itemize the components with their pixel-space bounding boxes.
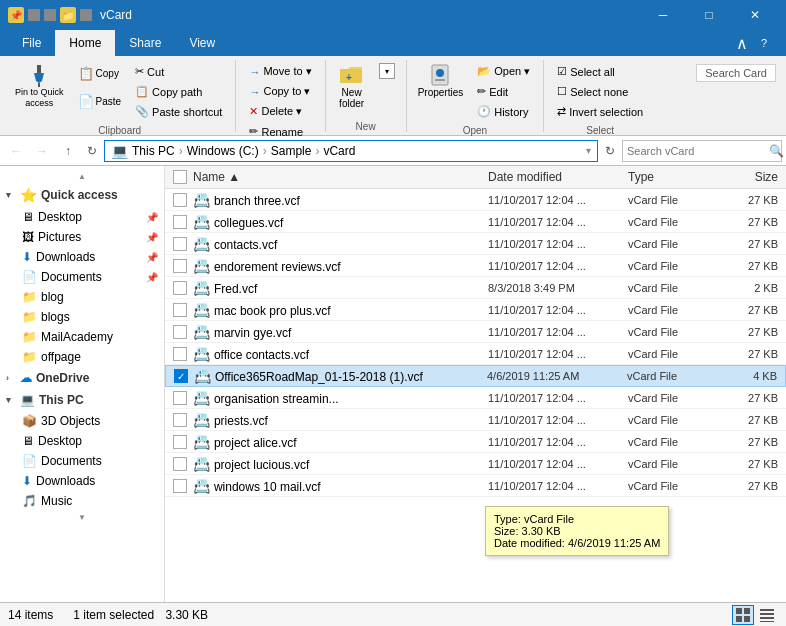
row-checkbox[interactable] xyxy=(173,457,187,471)
row-checkbox[interactable] xyxy=(173,435,187,449)
row-checkbox[interactable] xyxy=(173,193,187,207)
cut-button[interactable]: ✂ Cut xyxy=(130,62,227,81)
rename-button[interactable]: ✏ Rename xyxy=(244,122,316,141)
row-checkbox[interactable] xyxy=(173,479,187,493)
sidebar-section-quick-access[interactable]: ▾ ⭐ Quick access xyxy=(0,183,164,207)
sidebar-item-documents-qa[interactable]: 📄 Documents 📌 xyxy=(16,267,164,287)
address-refresh-button[interactable]: ↻ xyxy=(600,140,620,162)
table-row[interactable]: 📇 office contacts.vcf11/10/2017 12:04 ..… xyxy=(165,343,786,365)
search-input[interactable] xyxy=(627,145,765,157)
row-checkbox[interactable] xyxy=(173,325,187,339)
sidebar-item-3d-objects[interactable]: 📦 3D Objects xyxy=(16,411,164,431)
copy-to-button[interactable]: → Copy to ▾ xyxy=(244,82,316,101)
tab-home[interactable]: Home xyxy=(55,30,115,56)
header-check[interactable] xyxy=(173,170,193,184)
sidebar-item-desktop-pc[interactable]: 🖥 Desktop xyxy=(16,431,164,451)
paste-shortcut-button[interactable]: 📎 Paste shortcut xyxy=(130,102,227,121)
row-checkbox[interactable]: ✓ xyxy=(174,369,188,383)
search-icon: 🔍 xyxy=(769,144,784,158)
select-all-button[interactable]: ☑ Select all xyxy=(552,62,648,81)
open-button[interactable]: 📂 Open ▾ xyxy=(472,62,535,81)
table-row[interactable]: 📇 project lucious.vcf11/10/2017 12:04 ..… xyxy=(165,453,786,475)
header-size[interactable]: Size xyxy=(718,170,778,184)
move-to-button[interactable]: → Move to ▾ xyxy=(244,62,316,81)
table-row[interactable]: 📇 branch three.vcf11/10/2017 12:04 ...vC… xyxy=(165,189,786,211)
row-checkbox[interactable] xyxy=(173,413,187,427)
table-row[interactable]: ✓📇 Office365RoadMap_01-15-2018 (1).vcf4/… xyxy=(165,365,786,387)
maximize-button[interactable]: □ xyxy=(686,0,732,30)
table-row[interactable]: 📇 contacts.vcf11/10/2017 12:04 ...vCard … xyxy=(165,233,786,255)
header-date[interactable]: Date modified xyxy=(488,170,628,184)
sidebar-section-onedrive[interactable]: › ☁ OneDrive xyxy=(0,367,164,389)
tab-view[interactable]: View xyxy=(175,30,229,56)
row-checkbox[interactable] xyxy=(173,391,187,405)
row-checkbox[interactable] xyxy=(173,281,187,295)
delete-button[interactable]: ✕ Delete ▾ xyxy=(244,102,316,121)
sidebar-item-desktop-qa[interactable]: 🖥 Desktop 📌 xyxy=(16,207,164,227)
sidebar-item-music[interactable]: 🎵 Music xyxy=(16,491,164,511)
table-row[interactable]: 📇 project alice.vcf11/10/2017 12:04 ...v… xyxy=(165,431,786,453)
copy-button[interactable]: 📋 Copy xyxy=(71,60,127,86)
sidebar-item-blog[interactable]: 📁 blog xyxy=(16,287,164,307)
search-box[interactable]: 🔍 xyxy=(622,140,782,162)
grid-view-button[interactable] xyxy=(732,605,754,625)
path-dropdown-arrow[interactable]: ▾ xyxy=(586,145,591,156)
selected-info: 1 item selected 3.30 KB xyxy=(73,608,208,622)
back-button[interactable]: ← xyxy=(4,139,28,163)
path-sample[interactable]: Sample xyxy=(271,144,312,158)
copy-path-button[interactable]: 📋 Copy path xyxy=(130,82,227,101)
forward-button[interactable]: → xyxy=(30,139,54,163)
paste-button[interactable]: 📄 Paste xyxy=(71,88,127,114)
path-this-pc[interactable]: This PC xyxy=(132,144,175,158)
minimize-button[interactable]: ─ xyxy=(640,0,686,30)
list-view-button[interactable] xyxy=(756,605,778,625)
table-row[interactable]: 📇 collegues.vcf11/10/2017 12:04 ...vCard… xyxy=(165,211,786,233)
properties-button[interactable]: Properties xyxy=(413,60,469,101)
table-row[interactable]: 📇 marvin gye.vcf11/10/2017 12:04 ...vCar… xyxy=(165,321,786,343)
table-row[interactable]: 📇 priests.vcf11/10/2017 12:04 ...vCard F… xyxy=(165,409,786,431)
up-button[interactable]: ↑ xyxy=(56,139,80,163)
sidebar-item-documents-pc[interactable]: 📄 Documents xyxy=(16,451,164,471)
table-row[interactable]: 📇 windows 10 mail.vcf11/10/2017 12:04 ..… xyxy=(165,475,786,497)
search-card-label[interactable]: Search Card xyxy=(696,64,776,82)
refresh-button[interactable]: ↻ xyxy=(82,140,102,162)
path-vcard[interactable]: vCard xyxy=(323,144,355,158)
sidebar-item-pictures[interactable]: 🖼 Pictures 📌 xyxy=(16,227,164,247)
row-checkbox[interactable] xyxy=(173,303,187,317)
edit-button[interactable]: ✏ Edit xyxy=(472,82,535,101)
sidebar-item-offpage[interactable]: 📁 offpage xyxy=(16,347,164,367)
sidebar-item-downloads-pc[interactable]: ⬇ Downloads xyxy=(16,471,164,491)
sidebar-item-blogs[interactable]: 📁 blogs xyxy=(16,307,164,327)
new-item-button[interactable]: ▾ xyxy=(374,60,400,82)
table-row[interactable]: 📇 mac book pro plus.vcf11/10/2017 12:04 … xyxy=(165,299,786,321)
address-path[interactable]: 💻 This PC › Windows (C:) › Sample › vCar… xyxy=(104,140,598,162)
row-checkbox[interactable] xyxy=(173,215,187,229)
table-row[interactable]: 📇 organisation streamin...11/10/2017 12:… xyxy=(165,387,786,409)
tab-share[interactable]: Share xyxy=(115,30,175,56)
sidebar-scroll-down[interactable]: ▼ xyxy=(0,511,164,524)
new-folder-button[interactable]: + Newfolder xyxy=(332,60,372,112)
table-row[interactable]: 📇 endorement reviews.vcf11/10/2017 12:04… xyxy=(165,255,786,277)
header-name[interactable]: Name ▲ xyxy=(193,170,488,184)
invert-selection-button[interactable]: ⇄ Invert selection xyxy=(552,102,648,121)
sidebar-section-this-pc[interactable]: ▾ 💻 This PC xyxy=(0,389,164,411)
pin-to-quick-access-button[interactable]: Pin to Quickaccess xyxy=(10,60,69,112)
ribbon-collapse-icon[interactable]: ∧ xyxy=(736,34,748,53)
select-none-button[interactable]: ☐ Select none xyxy=(552,82,648,101)
sidebar-scroll-up[interactable]: ▲ xyxy=(0,170,164,183)
header-type[interactable]: Type xyxy=(628,170,718,184)
table-row[interactable]: 📇 Fred.vcf8/3/2018 3:49 PMvCard File2 KB xyxy=(165,277,786,299)
row-checkbox[interactable] xyxy=(173,259,187,273)
path-windows[interactable]: Windows (C:) xyxy=(187,144,259,158)
pin-icon-desktop: 📌 xyxy=(146,212,158,223)
row-checkbox[interactable] xyxy=(173,237,187,251)
sidebar-item-mailacademy[interactable]: 📁 MailAcademy xyxy=(16,327,164,347)
tab-file[interactable]: File xyxy=(8,30,55,56)
sidebar-item-downloads-qa[interactable]: ⬇ Downloads 📌 xyxy=(16,247,164,267)
select-all-checkbox[interactable] xyxy=(173,170,187,184)
close-button[interactable]: ✕ xyxy=(732,0,778,30)
help-button[interactable]: ? xyxy=(754,33,774,53)
vcf-file-icon: 📇 xyxy=(193,346,214,362)
history-button[interactable]: 🕐 History xyxy=(472,102,535,121)
row-checkbox[interactable] xyxy=(173,347,187,361)
